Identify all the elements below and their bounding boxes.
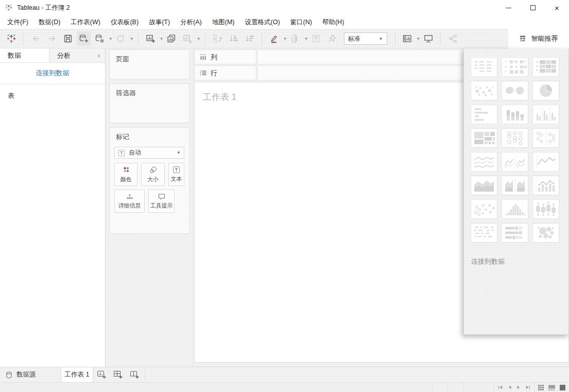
filters-shelf[interactable]: 筛选器 bbox=[109, 83, 189, 123]
menu-bar: 文件(F)数据(D)工作表(W)仪表板(B)故事(T)分析(A)地图(M)设置格… bbox=[0, 15, 569, 29]
sort-descending-button[interactable] bbox=[243, 31, 256, 46]
showme-bullet-graph[interactable] bbox=[502, 223, 528, 243]
showme-gantt[interactable] bbox=[471, 223, 497, 243]
showme-stacked-bars[interactable] bbox=[502, 105, 528, 124]
showme-box-and-whisker[interactable] bbox=[532, 199, 559, 219]
menu-item-data[interactable]: 数据(D) bbox=[33, 16, 65, 29]
marks-size-button[interactable]: 大小 bbox=[141, 163, 165, 186]
grid-view-button[interactable] bbox=[538, 384, 544, 391]
toolbar-divider bbox=[138, 32, 139, 45]
tableau-logo-icon bbox=[4, 31, 18, 46]
showme-dual-combination[interactable] bbox=[532, 176, 559, 195]
menu-item-dashboard[interactable]: 仪表板(B) bbox=[106, 16, 144, 29]
pause-updates-button[interactable] bbox=[93, 31, 107, 46]
tab-data[interactable]: 数据 bbox=[0, 48, 49, 62]
marks-tooltip-label: 工具提示 bbox=[150, 202, 173, 210]
nav-first-button[interactable] bbox=[497, 385, 503, 390]
clear-sheet-button[interactable] bbox=[181, 31, 195, 46]
show-mark-labels-button[interactable] bbox=[309, 31, 323, 46]
group-members-button[interactable] bbox=[288, 31, 302, 46]
tab-analytics[interactable]: 分析 bbox=[49, 48, 93, 62]
highlight-pen-button[interactable] bbox=[267, 31, 281, 46]
toolbar-divider bbox=[205, 32, 205, 45]
fix-axes-button[interactable] bbox=[325, 31, 339, 46]
sort-ascending-button[interactable] bbox=[227, 31, 240, 46]
showme-dual-lines[interactable] bbox=[532, 152, 559, 172]
showme-scatter-plot[interactable] bbox=[471, 199, 497, 219]
menu-item-help[interactable]: 帮助(H) bbox=[317, 16, 349, 29]
showme-continuous-area[interactable] bbox=[471, 176, 497, 195]
connect-to-data-link[interactable]: 连接到数据 bbox=[0, 63, 105, 84]
toolbar-divider bbox=[23, 32, 24, 45]
tab-strip-divider bbox=[145, 369, 145, 381]
menu-item-format[interactable]: 设置格式(O) bbox=[240, 16, 285, 29]
menu-item-worksheet[interactable]: 工作表(W) bbox=[65, 16, 106, 29]
rows-icon bbox=[199, 69, 207, 77]
showme-pie-chart[interactable] bbox=[532, 81, 559, 100]
presentation-mode-button[interactable] bbox=[421, 31, 435, 46]
menu-item-window[interactable]: 窗口(N) bbox=[285, 16, 317, 29]
showme-discrete-area[interactable] bbox=[502, 176, 528, 195]
current-view-button[interactable] bbox=[559, 384, 566, 391]
mark-type-dropdown[interactable]: 自动 ▼ bbox=[114, 147, 184, 159]
maximize-button[interactable] bbox=[521, 0, 545, 15]
showme-symbol-map[interactable] bbox=[471, 81, 497, 100]
show-me-button[interactable]: 智能推荐 bbox=[508, 29, 569, 48]
forward-arrow-button[interactable] bbox=[45, 31, 59, 46]
menu-item-file[interactable]: 文件(F) bbox=[2, 16, 33, 29]
swap-rows-columns-button[interactable] bbox=[211, 31, 225, 46]
marks-text-button[interactable]: 文本 bbox=[168, 163, 184, 186]
showme-filled-map[interactable] bbox=[502, 81, 528, 100]
title-bar: Tableau - 工作簿 2 × bbox=[0, 0, 569, 15]
close-button[interactable]: × bbox=[545, 0, 569, 15]
chevron-down-icon: ▼ bbox=[197, 37, 201, 41]
chevron-down-icon: ▼ bbox=[109, 37, 113, 41]
new-story-tab-button[interactable] bbox=[126, 367, 143, 382]
showme-continuous-lines[interactable] bbox=[471, 152, 497, 172]
save-button[interactable] bbox=[61, 31, 75, 46]
tableau-app-icon bbox=[5, 4, 13, 12]
marks-card-title: 标记 bbox=[110, 128, 189, 142]
worksheet-tab[interactable]: 工作表 1 bbox=[61, 367, 93, 382]
showme-heat-map[interactable] bbox=[502, 57, 528, 77]
share-button[interactable] bbox=[446, 31, 460, 46]
showme-packed-bubbles[interactable] bbox=[532, 223, 559, 243]
showme-highlight-table[interactable] bbox=[532, 57, 559, 77]
data-source-tab[interactable]: 数据源 bbox=[0, 367, 61, 382]
text-icon bbox=[173, 166, 180, 174]
showme-text-table[interactable] bbox=[471, 57, 497, 77]
new-worksheet-tab-button[interactable] bbox=[93, 367, 110, 382]
marks-text-label: 文本 bbox=[171, 175, 182, 183]
fit-selector[interactable]: 标准▼ bbox=[344, 32, 387, 45]
new-data-source-button[interactable] bbox=[77, 31, 91, 46]
show-hide-cards-button[interactable] bbox=[401, 31, 415, 46]
marks-detail-button[interactable]: 详细信息 bbox=[114, 190, 145, 213]
filmstrip-view-button[interactable] bbox=[548, 384, 556, 391]
rows-shelf-label: 行 bbox=[194, 65, 256, 80]
refresh-data-button[interactable] bbox=[114, 31, 128, 46]
nav-last-button[interactable] bbox=[525, 385, 531, 390]
new-dashboard-tab-button[interactable] bbox=[110, 367, 126, 382]
show-me-panel: 连接到数据 bbox=[463, 48, 569, 335]
showme-side-by-side-circles[interactable] bbox=[532, 128, 559, 148]
menu-item-map[interactable]: 地图(M) bbox=[207, 16, 240, 29]
menu-item-story[interactable]: 故事(T) bbox=[144, 16, 175, 29]
sheet-tab-strip: 数据源 工作表 1 bbox=[0, 367, 569, 382]
nav-prev-button[interactable] bbox=[507, 385, 512, 390]
collapse-pane-button[interactable]: ‹ bbox=[93, 48, 105, 62]
showme-side-by-side-bars[interactable] bbox=[532, 105, 559, 124]
menu-item-analysis[interactable]: 分析(A) bbox=[175, 16, 207, 29]
showme-horizontal-bars[interactable] bbox=[471, 105, 497, 124]
marks-color-button[interactable]: 颜色 bbox=[114, 163, 137, 186]
showme-treemap[interactable] bbox=[471, 128, 497, 148]
nav-next-button[interactable] bbox=[516, 385, 522, 390]
marks-tooltip-button[interactable]: 工具提示 bbox=[148, 190, 175, 213]
back-arrow-button[interactable] bbox=[29, 31, 43, 46]
showme-discrete-lines[interactable] bbox=[502, 152, 528, 172]
showme-circle-views[interactable] bbox=[502, 128, 528, 148]
duplicate-sheet-button[interactable] bbox=[165, 31, 179, 46]
showme-histogram[interactable] bbox=[502, 199, 528, 219]
minimize-button[interactable] bbox=[496, 0, 521, 15]
new-worksheet-button[interactable] bbox=[144, 31, 158, 46]
pages-shelf[interactable]: 页面 bbox=[109, 49, 189, 79]
